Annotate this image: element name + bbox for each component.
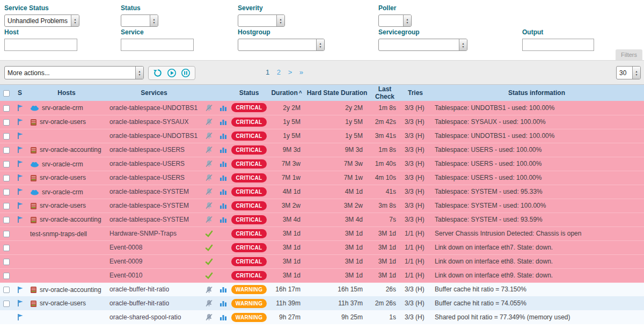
row-checkbox[interactable]: [3, 301, 10, 307]
pause-button[interactable]: [181, 68, 191, 78]
row-checkbox[interactable]: [3, 245, 10, 251]
host-name[interactable]: test-snmp-traps-dell: [30, 230, 87, 237]
graph-icon[interactable]: [219, 286, 227, 293]
service-input[interactable]: [121, 39, 194, 51]
last-check-cell: 26s: [368, 282, 401, 296]
page-1-link[interactable]: 1: [266, 68, 269, 76]
service-row: srv-oracle-accountingoracle-buffer-hit-r…: [0, 282, 644, 296]
service-name[interactable]: Event-0008: [109, 244, 142, 251]
duration-cell: 9M 3d: [267, 143, 306, 157]
service-name[interactable]: Hardware-SNMP-Traps: [109, 230, 177, 237]
severity-select[interactable]: ▲▼: [238, 14, 285, 27]
row-checkbox[interactable]: [3, 175, 10, 181]
col-last-check[interactable]: Last Check: [368, 85, 401, 101]
row-checkbox[interactable]: [3, 287, 10, 293]
service-name[interactable]: oracle-tablespace-UNDOTBS1: [109, 104, 197, 112]
page-2-link[interactable]: 2: [277, 68, 281, 76]
duration-cell: 3M 1d: [267, 240, 306, 254]
service-name[interactable]: Event-0010: [109, 272, 142, 279]
col-tries[interactable]: Tries: [401, 85, 429, 101]
row-checkbox[interactable]: [3, 133, 10, 140]
page-size-select[interactable]: 30 ▲▼: [616, 66, 641, 79]
service-name[interactable]: oracle-tablespace-USERS: [109, 160, 185, 167]
host-name[interactable]: srv-oracle-accounting: [40, 286, 101, 293]
last-page-link[interactable]: »: [299, 68, 303, 76]
service-name[interactable]: oracle-tablespace-UNDOTBS1: [109, 132, 197, 140]
host-name[interactable]: srv-oracle-users: [40, 174, 86, 181]
output-input[interactable]: [522, 39, 594, 51]
select-all-checkbox[interactable]: [3, 90, 10, 97]
service-name[interactable]: oracle-tablespace-SYSTEM: [109, 216, 189, 223]
service-name[interactable]: oracle-tablespace-USERS: [109, 174, 185, 181]
row-checkbox[interactable]: [3, 273, 10, 279]
host-name[interactable]: srv-oracle-crm: [42, 104, 83, 112]
play-button[interactable]: [167, 68, 177, 78]
tries-cell: 3/3 (H): [401, 296, 429, 310]
host-input[interactable]: [4, 39, 77, 51]
host-name[interactable]: srv-oracle-users: [40, 202, 86, 209]
row-checkbox[interactable]: [3, 119, 10, 126]
row-checkbox[interactable]: [3, 203, 10, 209]
service-row: srv-oracle-usersoracle-tablespace-USERSC…: [0, 171, 644, 185]
row-checkbox[interactable]: [3, 105, 10, 112]
host-name[interactable]: srv-oracle-accounting: [40, 216, 101, 223]
col-hosts[interactable]: Hosts: [27, 85, 106, 101]
graph-icon[interactable]: [219, 188, 227, 195]
graph-icon[interactable]: [219, 216, 227, 223]
host-name[interactable]: srv-oracle-users: [40, 299, 86, 307]
refresh-button[interactable]: [153, 68, 163, 78]
service-name[interactable]: oracle-tablespace-USERS: [109, 146, 185, 153]
graph-icon[interactable]: [219, 202, 227, 209]
service-name[interactable]: Event-0009: [109, 258, 142, 265]
col-services[interactable]: Services: [106, 85, 202, 101]
next-page-link[interactable]: >: [288, 68, 292, 76]
col-hard-state-duration[interactable]: Hard State Duration: [306, 85, 368, 101]
tries-cell: 3/3 (H): [401, 199, 429, 213]
graph-icon[interactable]: [219, 118, 227, 126]
service-name[interactable]: oracle-tablespace-SYSAUX: [109, 118, 188, 126]
hard-state-duration-cell: 3M 1d: [306, 268, 368, 282]
col-status-information[interactable]: Status information: [429, 85, 644, 101]
status-select[interactable]: ▲▼: [121, 14, 158, 27]
graph-icon[interactable]: [219, 160, 227, 167]
service-name[interactable]: oracle-tablespace-SYSTEM: [109, 188, 189, 195]
col-status[interactable]: Status: [231, 85, 267, 101]
db-host-icon: [30, 174, 37, 182]
status-badge: CRITICAL: [231, 145, 266, 155]
graph-icon[interactable]: [219, 146, 227, 153]
service-row: srv-oracle-crmoracle-tablespace-UNDOTBS1…: [0, 101, 644, 115]
row-checkbox[interactable]: [3, 161, 10, 167]
last-check-cell: 1m 8s: [368, 143, 401, 157]
poller-select[interactable]: ▲▼: [378, 14, 412, 27]
service-row: oracle-shared-spool-ratioWARNING9h 27m9h…: [0, 310, 644, 324]
db-host-icon: [30, 118, 37, 126]
host-name[interactable]: srv-oracle-crm: [42, 188, 83, 195]
service-status-select[interactable]: Unhandled Problems ▲▼: [4, 14, 79, 27]
graph-icon[interactable]: [219, 132, 227, 140]
hostgroup-select[interactable]: ▲▼: [238, 39, 325, 51]
graph-icon[interactable]: [219, 313, 227, 321]
filters-button[interactable]: Filters: [616, 49, 642, 60]
graph-icon[interactable]: [219, 104, 227, 112]
row-checkbox[interactable]: [3, 147, 10, 153]
notifications-muted-icon: [205, 313, 213, 321]
service-name[interactable]: oracle-tablespace-SYSTEM: [109, 202, 189, 209]
servicegroup-select[interactable]: ▲▼: [378, 39, 467, 51]
graph-icon[interactable]: [219, 299, 227, 307]
row-checkbox[interactable]: [3, 189, 10, 195]
service-name[interactable]: oracle-buffer-hit-ratio: [109, 286, 169, 293]
row-checkbox[interactable]: [3, 231, 10, 237]
host-name[interactable]: srv-oracle-accounting: [40, 146, 101, 153]
row-checkbox[interactable]: [3, 217, 10, 223]
host-name[interactable]: srv-oracle-users: [40, 118, 86, 126]
service-name[interactable]: oracle-buffer-hit-ratio: [109, 299, 169, 307]
row-checkbox[interactable]: [3, 259, 10, 265]
service-name[interactable]: oracle-shared-spool-ratio: [109, 313, 181, 321]
host-name[interactable]: srv-oracle-crm: [42, 160, 83, 167]
graph-icon[interactable]: [219, 174, 227, 181]
tries-cell: 1/1 (H): [401, 254, 429, 268]
col-duration[interactable]: Duration^: [267, 85, 306, 101]
more-actions-select[interactable]: More actions... ▲▼: [4, 66, 144, 79]
duration-cell: 2y 2M: [267, 101, 306, 115]
col-s[interactable]: S: [13, 85, 27, 101]
